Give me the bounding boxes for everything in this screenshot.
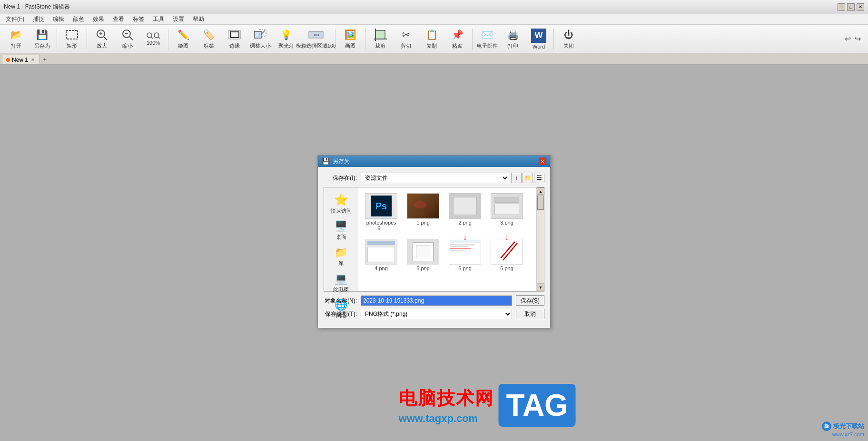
list-item[interactable]: 5.png xyxy=(404,237,442,273)
cut-label: 剪切 xyxy=(401,42,411,49)
new-folder-button[interactable]: 📁 xyxy=(523,173,533,183)
svg-point-10 xyxy=(154,33,159,38)
list-item[interactable]: 4.png xyxy=(362,237,400,273)
word-button[interactable]: W Word xyxy=(526,27,551,51)
capture-button[interactable]: 100 模糊选择区域100 xyxy=(299,27,333,51)
undo-button[interactable]: ↩ xyxy=(843,33,852,44)
tab-new1[interactable]: New 1 ✕ xyxy=(2,55,40,64)
separator-2 xyxy=(87,29,87,49)
dialog-title-icon: 💾 xyxy=(322,157,330,165)
separator-1 xyxy=(57,29,57,49)
library-icon: 📁 xyxy=(335,246,347,259)
main-area: 💾 另存为 ✕ 保存在(I): 资源文件 ↑ xyxy=(0,65,868,441)
ps-icon: Ps xyxy=(371,196,392,216)
email-icon: ✉️ xyxy=(480,29,495,41)
tab-add-button[interactable]: + xyxy=(40,55,49,64)
zoom100-icon xyxy=(147,32,160,39)
dialog-close-button[interactable]: ✕ xyxy=(539,157,546,165)
label-label: 标签 xyxy=(204,42,214,49)
menu-settings[interactable]: 设置 xyxy=(169,14,188,24)
list-item[interactable]: ↓ 6.png xyxy=(488,237,526,273)
file-browser-nav: ⭐ 快速访问 🖥️ 桌面 📁 库 💻 此电 xyxy=(324,187,358,291)
list-item[interactable]: ↓ 6.png xyxy=(446,237,484,273)
view-button[interactable]: ☰ xyxy=(534,173,544,183)
toolbar: 📂 打开 💾 另存为 矩形 放大 缩小 100% ✏️ 绘图 � xyxy=(0,25,868,53)
redo-button[interactable]: ↪ xyxy=(853,33,862,44)
crop-button[interactable]: 裁剪 xyxy=(368,27,393,51)
scrollbar-thumb[interactable] xyxy=(537,196,544,210)
menu-help[interactable]: 帮助 xyxy=(189,14,208,24)
maximize-button[interactable]: □ xyxy=(847,3,855,11)
dialog-titlebar: 💾 另存为 ✕ xyxy=(318,156,550,167)
capture-label: 模糊选择区域100 xyxy=(296,42,336,49)
open-button[interactable]: 📂 打开 xyxy=(4,27,29,51)
rect-button[interactable]: 矩形 xyxy=(59,27,84,51)
go-up-button[interactable]: ↑ xyxy=(511,173,522,183)
paste-button[interactable]: 📌 粘贴 xyxy=(445,27,470,51)
paste-icon: 📌 xyxy=(450,29,465,41)
menu-edit[interactable]: 编辑 xyxy=(49,14,68,24)
location-row: 保存在(I): 资源文件 ↑ 📁 ☰ xyxy=(324,173,544,183)
list-item[interactable]: Ps photoshopcs6... xyxy=(362,191,400,233)
menu-color[interactable]: 颜色 xyxy=(69,14,88,24)
menu-view[interactable]: 查看 xyxy=(109,14,128,24)
scrollbar-up-button[interactable]: ▲ xyxy=(537,187,544,195)
svg-rect-19 xyxy=(375,30,385,39)
crop-label: 裁剪 xyxy=(375,42,385,49)
minimize-button[interactable]: ─ xyxy=(838,3,845,11)
resize-label: 调整大小 xyxy=(250,42,271,49)
spotlight-button[interactable]: 💡 聚光灯 xyxy=(274,27,298,51)
nav-thispc[interactable]: 💻 此电脑 xyxy=(326,271,356,295)
separator-6 xyxy=(472,29,473,49)
close-tool-button[interactable]: ⏻ 关闭 xyxy=(556,27,581,51)
menu-tools[interactable]: 工具 xyxy=(149,14,168,24)
filetype-row: 保存类型(T): PNG格式 (*.png) 取消 xyxy=(324,309,544,319)
save-button[interactable]: 保存(S) xyxy=(516,295,544,306)
border-button[interactable]: 边缘 xyxy=(222,27,247,51)
file-name: 1.png xyxy=(416,220,430,225)
rect-icon xyxy=(64,29,79,41)
menu-file[interactable]: 文件(F) xyxy=(2,14,28,24)
paint-button[interactable]: 🖼️ 画图 xyxy=(338,27,363,51)
list-item[interactable]: 3.png xyxy=(488,191,526,233)
menu-capture[interactable]: 捕捉 xyxy=(29,14,48,24)
location-select[interactable]: 资源文件 xyxy=(361,173,509,183)
zoomout-button[interactable]: 缩小 xyxy=(115,27,140,51)
tab-close-button[interactable]: ✕ xyxy=(30,57,36,62)
tab-dot xyxy=(6,58,10,62)
zoom100-button[interactable]: 100% xyxy=(141,27,166,51)
zoomin-label: 放大 xyxy=(97,42,107,49)
library-label: 库 xyxy=(338,260,344,267)
filetype-select[interactable]: PNG格式 (*.png) xyxy=(361,309,512,319)
draw-button[interactable]: ✏️ 绘图 xyxy=(171,27,196,51)
zoomin-button[interactable]: 放大 xyxy=(89,27,114,51)
nav-library[interactable]: 📁 库 xyxy=(326,245,356,269)
print-button[interactable]: 🖨️ 打印 xyxy=(501,27,525,51)
menu-effect[interactable]: 效果 xyxy=(89,14,108,24)
capture-icon: 100 xyxy=(308,29,324,41)
filename-input[interactable] xyxy=(361,295,512,306)
arrow-down-icon-2: ↓ xyxy=(504,231,509,242)
dialog-overlay: 💾 另存为 ✕ 保存在(I): 资源文件 ↑ xyxy=(0,65,868,441)
thispc-icon: 💻 xyxy=(335,273,347,285)
close-button[interactable]: ✕ xyxy=(857,3,864,11)
resize-button[interactable]: 调整大小 xyxy=(248,27,273,51)
list-item[interactable]: 1.png xyxy=(404,191,442,233)
cut-button[interactable]: ✂ 剪切 xyxy=(394,27,418,51)
list-item[interactable]: 2.png xyxy=(446,191,484,233)
scrollbar[interactable]: ▲ ▼ xyxy=(536,187,544,291)
nav-desktop[interactable]: 🖥️ 桌面 xyxy=(326,218,356,243)
scrollbar-down-button[interactable]: ▼ xyxy=(537,284,544,291)
cancel-button[interactable]: 取消 xyxy=(516,309,544,319)
print-icon: 🖨️ xyxy=(505,29,521,41)
paste-label: 粘贴 xyxy=(452,42,463,49)
file-thumb: Ps xyxy=(365,193,397,219)
menu-tag[interactable]: 标签 xyxy=(129,14,148,24)
saveas-button[interactable]: 💾 另存为 xyxy=(30,27,54,51)
draw-label: 绘图 xyxy=(178,42,188,49)
nav-quickaccess[interactable]: ⭐ 快速访问 xyxy=(326,191,356,216)
crop-icon xyxy=(373,29,388,41)
email-button[interactable]: ✉️ 电子邮件 xyxy=(475,27,500,51)
label-button[interactable]: 🏷️ 标签 xyxy=(197,27,221,51)
copy-button[interactable]: 📋 复制 xyxy=(419,27,444,51)
